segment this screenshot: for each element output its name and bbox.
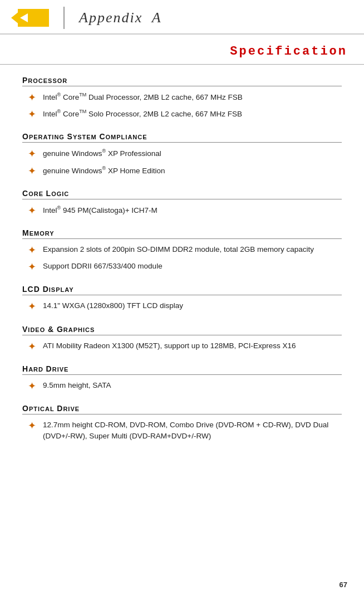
- bullet-icon: ✦: [28, 204, 36, 218]
- hard-drive-list: ✦ 9.5mm height, SATA: [22, 378, 342, 395]
- section-header-lcd: LCD Display: [22, 285, 342, 295]
- bullet-icon: ✦: [28, 91, 36, 105]
- list-item: ✦ Intel® 945 PM(Calistoga)+ ICH7‑M: [22, 203, 342, 219]
- section-header-hard-drive: Hard Drive: [22, 364, 342, 375]
- section-video: Video & Graphics ✦ ATI Mobility Radeon X…: [22, 325, 342, 355]
- list-item: ✦ 9.5mm height, SATA: [22, 378, 342, 395]
- appendix-text: Appendix A: [79, 9, 162, 26]
- processor-list: ✦ Intel® CoreTM Dual Processor, 2MB L2 c…: [22, 90, 342, 123]
- item-text: ATI Mobility Radeon X1300 (M52T), suppor…: [43, 340, 342, 352]
- logo-box: [11, 9, 49, 27]
- section-hard-drive: Hard Drive ✦ 9.5mm height, SATA: [22, 364, 342, 395]
- section-memory: Memory ✦ Expansion 2 slots of 200pin SO‑…: [22, 228, 342, 276]
- bullet-icon: ✦: [28, 147, 36, 161]
- item-text: Intel® CoreTM Solo Processor, 2MB L2 cac…: [43, 108, 342, 120]
- bullet-icon: ✦: [28, 108, 36, 121]
- section-header-memory: Memory: [22, 228, 342, 239]
- list-item: ✦ genuine Windows® XP Professional: [22, 146, 342, 163]
- section-lcd: LCD Display ✦ 14.1" WXGA (1280x800) TFT …: [22, 285, 342, 315]
- memory-list: ✦ Expansion 2 slots of 200pin SO‑DIMM DD…: [22, 242, 342, 276]
- item-text: 12.7mm height CD‑ROM, DVD‑ROM, Combo Dri…: [43, 419, 342, 442]
- item-text: Support DDRII 667/533/400 module: [43, 261, 342, 272]
- logo-arrow: [11, 9, 49, 27]
- section-header-processor: Processor: [22, 76, 342, 86]
- bullet-icon: ✦: [28, 419, 36, 433]
- list-item: ✦ Intel® CoreTM Dual Processor, 2MB L2 c…: [22, 90, 342, 106]
- bullet-icon: ✦: [28, 300, 36, 314]
- bullet-icon: ✦: [28, 164, 36, 178]
- appendix-title: Appendix A: [79, 9, 162, 26]
- section-title-processor: Processor: [22, 76, 67, 85]
- section-header-core-logic: Core Logic: [22, 189, 342, 199]
- section-title-core-logic: Core Logic: [22, 189, 69, 198]
- section-title-optical-drive: Optical Drive: [22, 404, 80, 413]
- section-title-hard-drive: Hard Drive: [22, 364, 68, 373]
- optical-drive-list: ✦ 12.7mm height CD‑ROM, DVD‑ROM, Combo D…: [22, 418, 342, 444]
- bullet-icon: ✦: [28, 260, 36, 274]
- page-title: Specification: [230, 45, 347, 58]
- section-title-memory: Memory: [22, 228, 55, 237]
- header-divider: [63, 7, 65, 29]
- item-text: genuine Windows® XP Professional: [43, 148, 342, 159]
- page-number: 67: [340, 581, 347, 589]
- section-os: Operating System Compliance ✦ genuine Wi…: [22, 132, 342, 179]
- item-text: 14.1" WXGA (1280x800) TFT LCD display: [43, 300, 342, 311]
- list-item: ✦ 12.7mm height CD‑ROM, DVD‑ROM, Combo D…: [22, 418, 342, 444]
- item-text: Expansion 2 slots of 200pin SO‑DIMM DDR2…: [43, 244, 342, 255]
- lcd-list: ✦ 14.1" WXGA (1280x800) TFT LCD display: [22, 299, 342, 315]
- bullet-icon: ✦: [28, 243, 36, 257]
- list-item: ✦ 14.1" WXGA (1280x800) TFT LCD display: [22, 299, 342, 315]
- list-item: ✦ genuine Windows® XP Home Edition: [22, 163, 342, 180]
- section-title-os: Operating System Compliance: [22, 132, 147, 141]
- section-core-logic: Core Logic ✦ Intel® 945 PM(Calistoga)+ I…: [22, 189, 342, 219]
- core-logic-list: ✦ Intel® 945 PM(Calistoga)+ ICH7‑M: [22, 203, 342, 219]
- list-item: ✦ Support DDRII 667/533/400 module: [22, 259, 342, 276]
- section-optical-drive: Optical Drive ✦ 12.7mm height CD‑ROM, DV…: [22, 404, 342, 444]
- section-header-os: Operating System Compliance: [22, 132, 342, 143]
- os-list: ✦ genuine Windows® XP Professional ✦ gen…: [22, 146, 342, 179]
- video-list: ✦ ATI Mobility Radeon X1300 (M52T), supp…: [22, 339, 342, 355]
- section-header-video: Video & Graphics: [22, 325, 342, 335]
- section-processor: Processor ✦ Intel® CoreTM Dual Processor…: [22, 76, 342, 123]
- item-text: Intel® 945 PM(Calistoga)+ ICH7‑M: [43, 204, 342, 216]
- section-title-lcd: LCD Display: [22, 285, 74, 294]
- section-title-video: Video & Graphics: [22, 325, 95, 334]
- item-text: 9.5mm height, SATA: [43, 380, 342, 391]
- page-title-area: Specification: [0, 35, 364, 65]
- page-footer: 67: [340, 581, 347, 589]
- page-header: Appendix A: [0, 0, 364, 35]
- bullet-icon: ✦: [28, 340, 36, 354]
- list-item: ✦ Expansion 2 slots of 200pin SO‑DIMM DD…: [22, 242, 342, 259]
- item-text: Intel® CoreTM Dual Processor, 2MB L2 cac…: [43, 91, 342, 103]
- main-content: Processor ✦ Intel® CoreTM Dual Processor…: [0, 76, 364, 475]
- item-text: genuine Windows® XP Home Edition: [43, 165, 342, 177]
- list-item: ✦ ATI Mobility Radeon X1300 (M52T), supp…: [22, 339, 342, 355]
- section-header-optical-drive: Optical Drive: [22, 404, 342, 414]
- list-item: ✦ Intel® CoreTM Solo Processor, 2MB L2 c…: [22, 106, 342, 123]
- bullet-icon: ✦: [28, 379, 36, 393]
